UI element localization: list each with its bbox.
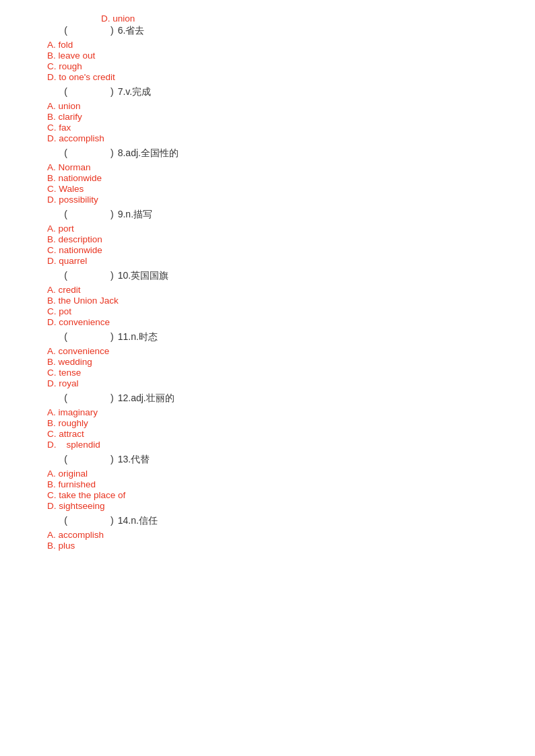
q7-paren-left: ( (54, 86, 67, 97)
q12-label: 12.adj.壮丽的 (118, 392, 175, 405)
question-11: ( ) 11.n.时态 (0, 331, 535, 343)
q13-opt-a: A. original (47, 469, 535, 479)
question-9: ( ) 9.n.描写 (0, 209, 535, 221)
question-13: ( ) 13.代替 (0, 454, 535, 466)
q11-opt-a: A. convenience (47, 346, 535, 356)
q14-paren-right: ) (111, 515, 114, 526)
q14-opt-a: A. accomplish (47, 530, 535, 540)
q12-options: A. imaginary B. roughly C. attract D. sp… (0, 407, 535, 450)
q7-label: 7.v.完成 (118, 86, 152, 98)
q9-paren-left: ( (54, 209, 67, 219)
q13-label: 13.代替 (118, 454, 150, 466)
q14-opt-b: B. plus (47, 541, 535, 551)
q12-opt-c: C. attract (47, 429, 535, 439)
q7-opt-c: C. fax (47, 123, 535, 133)
q13-blank (70, 454, 111, 465)
q13-options: A. original B. furnished C. take the pla… (0, 469, 535, 511)
q7-options: A. union B. clarify C. fax D. accomplish (0, 101, 535, 143)
q9-paren-right: ) (111, 209, 114, 219)
q12-paren-left: ( (54, 392, 67, 403)
q6-blank (70, 25, 111, 36)
q7-opt-a: A. union (47, 101, 535, 111)
q11-label: 11.n.时态 (118, 331, 158, 343)
q10-opt-c: C. pot (47, 306, 535, 316)
q10-blank (70, 270, 111, 281)
q11-blank (70, 331, 111, 342)
q13-opt-c: C. take the place of (47, 490, 535, 500)
q6-paren-left: ( (54, 25, 67, 36)
question-12: ( ) 12.adj.壮丽的 (0, 392, 535, 405)
q13-opt-b: B. furnished (47, 479, 535, 489)
q6-opt-d: D. to one's credit (47, 72, 535, 82)
q9-blank (70, 209, 111, 219)
q11-paren-right: ) (111, 331, 114, 342)
q6-opt-a: A. fold (47, 40, 535, 50)
q12-opt-b: B. roughly (47, 418, 535, 428)
q9-opt-b: B. description (47, 234, 535, 244)
q12-opt-a: A. imaginary (47, 407, 535, 417)
q9-opt-a: A. port (47, 224, 535, 234)
q8-paren-right: ) (111, 147, 114, 158)
q8-opt-c: C. Wales (47, 184, 535, 194)
q6-label: 6.省去 (118, 25, 145, 37)
q9-label: 9.n.描写 (118, 209, 152, 221)
q6-options: A. fold B. leave out C. rough D. to one'… (0, 40, 535, 82)
question-10: ( ) 10.英国国旗 (0, 270, 535, 282)
question-7: ( ) 7.v.完成 (0, 86, 535, 98)
q12-paren-right: ) (111, 392, 114, 403)
q13-paren-left: ( (54, 454, 67, 465)
q7-blank (70, 86, 111, 97)
q9-opt-d: D. quarrel (47, 256, 535, 266)
question-8: ( ) 8.adj.全国性的 (0, 147, 535, 160)
q6-opt-c: C. rough (47, 61, 535, 71)
question-14: ( ) 14.n.信任 (0, 515, 535, 527)
q13-paren-right: ) (111, 454, 114, 465)
q8-options: A. Norman B. nationwide C. Wales D. poss… (0, 162, 535, 205)
q6-paren-right: ) (111, 25, 114, 36)
q10-paren-left: ( (54, 270, 67, 281)
q9-opt-c: C. nationwide (47, 245, 535, 255)
q7-opt-d: D. accomplish (47, 133, 535, 143)
q10-opt-d: D. convenience (47, 317, 535, 327)
q11-opt-d: D. royal (47, 378, 535, 388)
q14-label: 14.n.信任 (118, 515, 158, 527)
q14-options: A. accomplish B. plus (0, 530, 535, 551)
q10-opt-a: A. credit (47, 285, 535, 295)
q8-opt-d: D. possibility (47, 195, 535, 205)
q6-opt-b: B. leave out (47, 50, 535, 61)
q11-opt-b: B. wedding (47, 357, 535, 367)
q10-paren-right: ) (111, 270, 114, 281)
q13-opt-d: D. sightseeing (47, 501, 535, 511)
q10-label: 10.英国国旗 (118, 270, 168, 282)
q8-label: 8.adj.全国性的 (118, 147, 179, 160)
q8-paren-left: ( (54, 147, 67, 158)
q10-opt-b: B. the Union Jack (47, 296, 535, 306)
question-6: ( ) 6.省去 (0, 25, 535, 37)
q11-opt-c: C. tense (47, 368, 535, 378)
q14-blank (70, 515, 111, 526)
q9-options: A. port B. description C. nationwide D. … (0, 224, 535, 266)
q10-options: A. credit B. the Union Jack C. pot D. co… (0, 285, 535, 327)
q7-opt-b: B. clarify (47, 112, 535, 122)
q12-blank (70, 392, 111, 403)
q7-paren-right: ) (111, 86, 114, 97)
extra-option-d-union: D. union (101, 13, 535, 24)
q8-opt-b: B. nationwide (47, 173, 535, 183)
q11-options: A. convenience B. wedding C. tense D. ro… (0, 346, 535, 388)
q12-opt-d: D. splendid (47, 440, 535, 450)
q11-paren-left: ( (54, 331, 67, 342)
q8-blank (70, 147, 111, 158)
q14-paren-left: ( (54, 515, 67, 526)
q8-opt-a: A. Norman (47, 162, 535, 172)
